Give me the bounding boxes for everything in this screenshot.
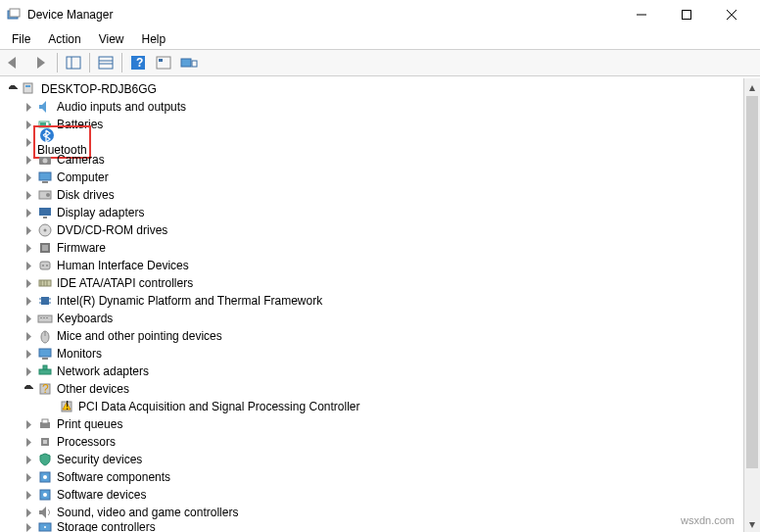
hid-icon (37, 258, 53, 273)
svg-point-24 (43, 159, 48, 164)
tree-item[interactable]: IDE ATA/ATAPI controllers (0, 274, 758, 292)
tree-item[interactable]: ?Other devices (0, 380, 758, 398)
expand-arrow-icon[interactable] (22, 382, 35, 396)
toolbar-separator (121, 53, 122, 73)
expand-arrow-icon[interactable] (22, 329, 35, 343)
ide-icon (37, 275, 53, 291)
svg-rect-56 (43, 365, 47, 369)
tree-item[interactable]: Audio inputs and outputs (0, 98, 758, 116)
expand-arrow-icon[interactable] (22, 312, 35, 325)
scroll-up-arrow[interactable]: ▴ (744, 78, 760, 95)
expand-arrow-icon[interactable] (22, 347, 35, 361)
tree-item[interactable]: DVD/CD-ROM drives (0, 221, 758, 239)
expand-arrow-icon[interactable] (22, 521, 35, 532)
window-title: Device Manager (27, 8, 619, 22)
svg-rect-30 (43, 217, 47, 218)
tree-item[interactable]: Cameras (0, 151, 758, 169)
svg-point-66 (43, 475, 47, 479)
scroll-thumb[interactable] (746, 96, 758, 468)
scan-button[interactable] (152, 52, 175, 73)
tree-item[interactable]: Batteries (0, 116, 758, 133)
expand-arrow-icon[interactable] (6, 82, 20, 96)
toolbar-separator (89, 53, 90, 73)
tree-item[interactable]: Network adapters (0, 363, 758, 380)
expand-arrow-icon[interactable] (22, 241, 35, 255)
tree-item[interactable]: Software devices (0, 486, 758, 504)
expand-arrow-icon[interactable] (22, 223, 35, 237)
tree-item[interactable]: Security devices (0, 451, 758, 468)
menu-help[interactable]: Help (134, 30, 174, 48)
tree-item-label: Firmware (57, 241, 106, 255)
vertical-scrollbar[interactable]: ▴ ▾ (743, 78, 760, 532)
menu-action[interactable]: Action (40, 30, 88, 48)
expand-arrow-icon[interactable] (22, 417, 35, 431)
svg-point-70 (44, 526, 46, 528)
svg-point-37 (46, 265, 48, 266)
minimize-button[interactable] (619, 0, 664, 29)
tree-item-label: Monitors (57, 347, 102, 361)
tree-item-label: IDE ATA/ATAPI controllers (57, 276, 193, 290)
tree-item[interactable]: Disk drives (0, 186, 758, 204)
expand-arrow-icon[interactable] (22, 206, 35, 219)
tree-item[interactable]: Human Interface Devices (0, 257, 758, 274)
menu-file[interactable]: File (4, 30, 38, 48)
forward-button[interactable] (29, 52, 53, 73)
network-icon (37, 363, 53, 379)
expand-arrow-icon[interactable] (22, 364, 35, 378)
properties-button[interactable] (94, 52, 118, 73)
tree-item[interactable]: Bluetooth (0, 133, 758, 151)
expand-arrow-icon[interactable] (22, 506, 35, 519)
expand-arrow-icon[interactable] (22, 453, 35, 466)
show-hide-tree-button[interactable] (62, 52, 85, 73)
tree-item[interactable]: Firmware (0, 239, 758, 257)
menu-view[interactable]: View (91, 30, 132, 48)
tree-item[interactable]: Monitors (0, 345, 758, 363)
expand-arrow-icon[interactable] (22, 294, 35, 308)
monitor-icon (37, 346, 53, 362)
expand-arrow-icon[interactable] (22, 259, 35, 272)
tree-item[interactable]: Display adapters (0, 204, 758, 221)
tree-item[interactable]: Storage controllers (0, 521, 758, 532)
printer-icon (37, 416, 53, 432)
expand-arrow-icon[interactable] (22, 488, 35, 502)
disk-icon (37, 187, 53, 203)
svg-rect-53 (39, 349, 51, 357)
tree-item[interactable]: Mice and other pointing devices (0, 327, 758, 345)
svg-rect-42 (41, 297, 49, 305)
tree-item-label: Keyboards (57, 312, 113, 325)
dvd-icon (37, 222, 53, 238)
tree-item-label: Processors (57, 435, 116, 449)
chip-icon (37, 293, 53, 309)
tree-item[interactable]: Keyboards (0, 310, 758, 327)
expand-arrow-icon[interactable] (22, 100, 35, 114)
expand-arrow-icon[interactable] (22, 276, 35, 290)
svg-rect-64 (43, 440, 47, 444)
tree-root-row[interactable]: DESKTOP-RDJB6GG (0, 80, 758, 98)
back-button[interactable] (4, 52, 27, 73)
svg-rect-48 (40, 317, 42, 318)
tree-item[interactable]: Computer (0, 169, 758, 186)
tree-item-label: Network adapters (57, 364, 149, 378)
tree-item[interactable]: Sound, video and game controllers (0, 504, 758, 521)
tree-item[interactable]: Print queues (0, 415, 758, 433)
expand-arrow-icon[interactable] (22, 435, 35, 449)
expand-arrow-icon[interactable] (22, 188, 35, 202)
tree-child-item[interactable]: ! PCI Data Acquisition and Signal Proces… (0, 398, 758, 415)
svg-rect-14 (159, 59, 163, 62)
svg-text:?: ? (136, 56, 143, 70)
tree-item[interactable]: Intel(R) Dynamic Platform and Thermal Fr… (0, 292, 758, 310)
svg-rect-26 (42, 181, 48, 183)
tree-item[interactable]: Processors (0, 433, 758, 451)
svg-rect-15 (181, 59, 191, 67)
help-button[interactable]: ? (126, 52, 150, 73)
expand-arrow-icon[interactable] (22, 170, 35, 184)
scroll-down-arrow[interactable]: ▾ (744, 515, 760, 532)
tree-item-label: Software devices (57, 488, 146, 502)
expand-arrow-icon[interactable] (22, 470, 35, 484)
maximize-button[interactable] (664, 0, 709, 29)
tree-item[interactable]: Software components (0, 468, 758, 486)
close-button[interactable] (709, 0, 754, 29)
computer-icon (37, 169, 53, 185)
devices-button[interactable] (177, 52, 201, 73)
expand-arrow-icon[interactable] (22, 153, 35, 167)
